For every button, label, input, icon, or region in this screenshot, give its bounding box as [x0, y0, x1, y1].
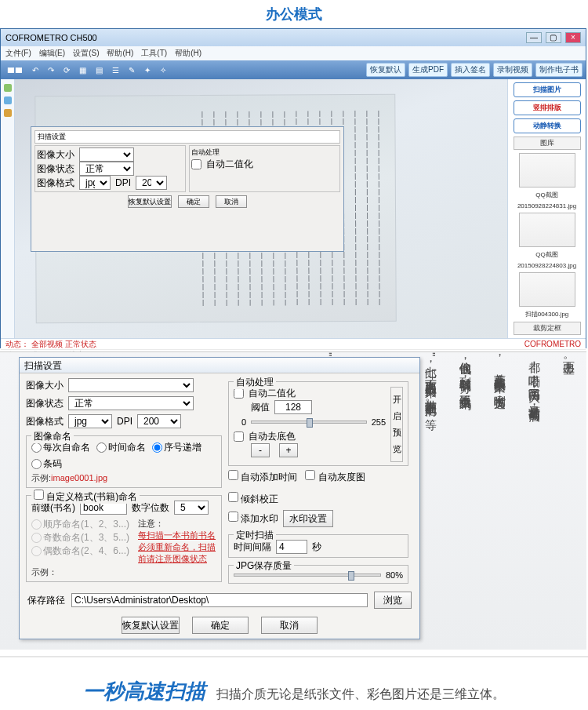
maximize-button[interactable]: ▢ [546, 32, 561, 43]
save-path-input[interactable] [71, 593, 368, 607]
cb-bg[interactable] [234, 431, 244, 442]
toolbar-record-button[interactable]: 录制视频 [493, 63, 532, 77]
app-title: COFROMETRO CH500 [5, 33, 97, 42]
menu-item[interactable]: 设置(S) [73, 48, 99, 59]
cancel-button[interactable]: 取消 [261, 617, 318, 634]
custom-fieldset: 自定义格式(书籍)命名 前缀(书名) 数字位数 5 顺序命名(1、2、3...)… [26, 495, 222, 582]
rb-even[interactable]: 偶数命名(2、4、6...) [31, 544, 129, 558]
cb-addtime[interactable]: 自动添加时间 [228, 470, 297, 484]
rb-bar[interactable]: 条码 [31, 457, 62, 471]
page-mode-title: 办公模式 [0, 0, 588, 28]
img-size-select[interactable] [68, 378, 194, 392]
menu-item[interactable]: 编辑(E) [39, 48, 65, 59]
lbl: 图像状态 [37, 162, 74, 176]
status-dot-icon [4, 109, 12, 117]
img-fmt-select[interactable]: jpg [68, 414, 112, 428]
preview-side-button[interactable]: 开 启 预 览 [390, 387, 403, 462]
status-text: 动态： 全部视频 正常状态 [5, 339, 96, 350]
vertical-text: ，荔非元礼闷声从帐中出来，咧嘴笑道： [491, 352, 510, 650]
threshold-input[interactable] [274, 400, 312, 414]
vchar: 启 [393, 410, 401, 422]
refresh-icon[interactable]: ⟳ [60, 65, 73, 75]
tool-icon[interactable]: ▤ [93, 65, 106, 75]
cb-gray[interactable]: 自动灰度图 [305, 470, 365, 484]
lbl: 图像大小 [37, 148, 74, 162]
scan-settings-dialog: 扫描设置 图像大小 图像状态正常 图像格式 jpg DPI 200 图像命名 每… [19, 357, 420, 639]
dpi-select[interactable]: 200 [136, 176, 167, 190]
img-state-select[interactable]: 正常 [79, 162, 134, 176]
ok-button[interactable]: 确定 [192, 617, 249, 634]
cb-skew[interactable]: 倾斜校正 [228, 492, 278, 506]
naming-fieldset: 图像命名 每次自命名 时间命名 序号递增 条码 示例:image0001.jpg [26, 435, 222, 488]
menu-item[interactable]: 帮助(H) [175, 48, 201, 59]
toolbar-ebook-button[interactable]: 制作电子书 [535, 63, 583, 77]
scan-image-button[interactable]: 扫描图片 [514, 82, 581, 97]
tool-icon[interactable]: ✎ [125, 65, 138, 75]
lbl: 自动二值化 [206, 158, 253, 171]
brand-text: COFROMETRO [524, 340, 581, 348]
tool-icon[interactable]: ☰ [109, 65, 122, 75]
example-value: image0001.jpg [51, 473, 107, 482]
menu-item[interactable]: 文件(F) [5, 48, 31, 59]
thumbnail-caption: QQ截图 [535, 191, 557, 199]
rotate-right-icon[interactable]: ↷ [45, 65, 57, 75]
thumbnail[interactable] [519, 272, 575, 307]
rb-seq[interactable]: 序号递增 [152, 441, 201, 454]
mini-dialog-title: 扫描设置 [34, 130, 340, 144]
thumbnail[interactable] [519, 153, 575, 188]
fmt-select[interactable]: jpg [79, 176, 111, 190]
close-button[interactable]: × [565, 32, 581, 43]
cb-wm[interactable]: 添加水印 [228, 512, 278, 526]
thumbnail[interactable] [519, 213, 575, 247]
minus-button[interactable]: - [251, 443, 270, 457]
digits-select[interactable]: 5 [174, 501, 209, 515]
tool-icon[interactable]: ▦ [76, 65, 89, 75]
ok-button[interactable]: 确定 [178, 195, 209, 208]
lbl: 图像格式 [37, 177, 74, 190]
rb-order[interactable]: 顺序命名(1、2、3...) [31, 518, 129, 531]
restore-defaults-button[interactable]: 恢复默认设置 [122, 617, 180, 634]
restore-button[interactable]: 恢复默认设置 [128, 195, 172, 208]
convert-button[interactable]: 动静转换 [514, 118, 581, 133]
menu-item[interactable]: 帮助(H) [107, 48, 133, 59]
rotate-left-icon[interactable]: ↶ [29, 65, 42, 75]
toolbar-pdf-button[interactable]: 生成PDF [408, 63, 448, 77]
toolbar-sign-button[interactable]: 插入签名 [451, 63, 490, 77]
img-state-select[interactable]: 正常 [68, 396, 194, 410]
vchar: 开 [393, 394, 401, 406]
thumbnail-caption: QQ截图 [535, 250, 557, 259]
thumbnail-caption: 20150928224803.jpg [517, 262, 576, 269]
lbl: DPI [115, 177, 131, 188]
gallery-label: 图库 [514, 137, 581, 150]
dpi-select[interactable]: 200 [137, 414, 181, 428]
custom-enable-checkbox[interactable] [34, 490, 44, 500]
vertical-text: 都！嗒嘞！喝了两大口，酒是高昌葡萄酒， [525, 352, 544, 650]
cancel-button[interactable]: 取消 [216, 195, 247, 208]
left-gutter [1, 79, 15, 338]
jpg-legend: JPG保存质量 [234, 559, 294, 573]
custom-legend: 自定义格式(书籍)命名 [46, 491, 137, 502]
interval-input[interactable] [276, 540, 307, 554]
vert-layout-button[interactable]: 竖排排版 [514, 100, 581, 115]
timer-fieldset: 定时扫描 时间间隔 秒 [228, 534, 408, 558]
threshold-slider[interactable] [251, 421, 367, 424]
detail-area: 钱周在他身旁偷偷指着。 "想起那两个臭女人， 一名老兵粗野地开 甘甜醇厚，他一抹… [0, 351, 586, 650]
rb-odd[interactable]: 奇数命名(1、3、5...) [31, 531, 129, 544]
tool-icon[interactable]: ✦ [141, 65, 154, 75]
toolbar-restore-button[interactable]: 恢复默认 [366, 63, 405, 77]
cb[interactable] [191, 159, 201, 169]
browse-button[interactable]: 浏览 [374, 592, 412, 609]
jpg-quality-slider[interactable] [234, 573, 381, 577]
watermark-settings-button[interactable]: 水印设置 [283, 510, 333, 527]
minimize-button[interactable]: — [526, 32, 542, 43]
scan-preview[interactable]: 扫描设置 图像大小 图像状态正常 图像格式jpg DPI200 自动处理 自动二… [15, 79, 507, 338]
window-controls: — ▢ × [524, 32, 581, 43]
tool-icon[interactable]: ✧ [157, 65, 169, 75]
cb-bin[interactable] [234, 388, 244, 399]
plus-button[interactable]: + [279, 443, 298, 457]
tool-icon[interactable]: ⯀⯀ [4, 65, 26, 75]
vertical-text: 偷他们钱，到时候我们平分，钱不就来了吗？" [456, 352, 475, 650]
rb-time[interactable]: 时间命名 [96, 441, 146, 454]
menu-item[interactable]: 工具(T) [141, 48, 167, 59]
img-size-select[interactable] [79, 147, 134, 162]
